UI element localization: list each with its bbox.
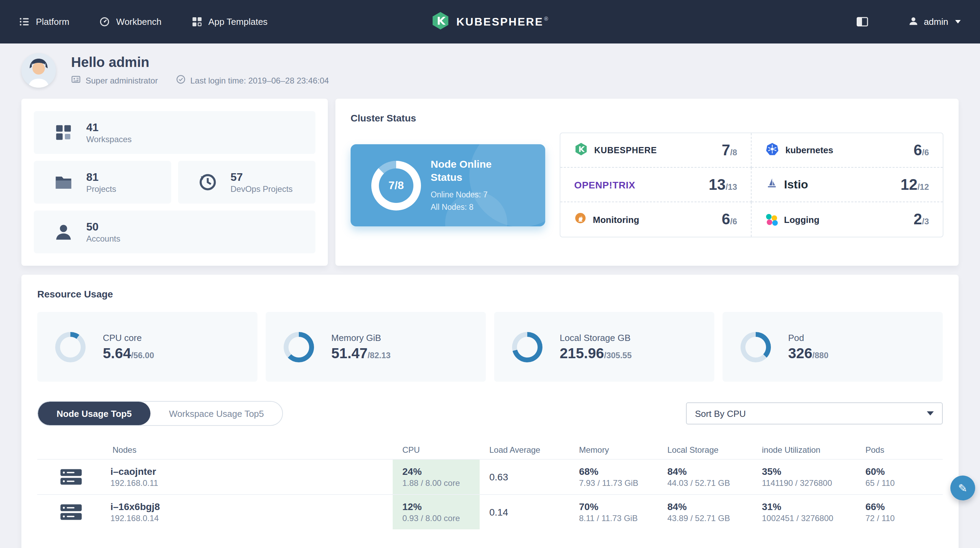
component-name: Istio [784,178,808,191]
gauge-value: 5.64 [103,345,131,361]
table-row[interactable]: i–caojnter 192.168.0.11 24% 1.88 / 8.00 … [37,459,943,494]
node-ip: 192.168.0.11 [110,478,158,488]
pods-cell: 60% 65 / 110 [856,466,943,488]
kubesphere-dashboard: Platform Workbench App Templates KUBESPH… [0,0,980,548]
storage-cell: 84% 43.89 / 52.71 GB [658,501,752,523]
nav-item-workbench[interactable]: Workbench [100,17,161,27]
node-online-title: Node Online Status [431,158,520,184]
inode-cell: 31% 1002451 / 3276800 [752,501,856,523]
nav-item-label: Platform [36,17,69,27]
tab-workspace-usage-top5[interactable]: Workspace Usage Top5 [150,402,283,425]
brand-wordmark: KUBESPHERE® [456,16,549,28]
user-menu[interactable]: admin [908,16,961,28]
component-total: /6 [730,217,737,226]
inode-detail: 1141190 / 3276800 [762,478,856,488]
gauge-local-storage[interactable]: Local Storage GB 215.96/305.55 [494,312,714,382]
gauge-total: /880 [812,350,829,360]
component-istio[interactable]: Istio 12/12 [752,168,943,202]
gauge-total: /305.55 [604,350,632,360]
component-total: /3 [922,217,929,226]
gauge-label: Local Storage GB [560,332,632,342]
component-kubernetes[interactable]: kubernetes 6/6 [752,133,943,168]
tab-node-usage-top5[interactable]: Node Usage Top5 [38,402,150,425]
component-count: 2 [913,210,922,228]
pods-percent: 66% [865,501,943,512]
component-name: Monitoring [593,214,639,225]
stat-tile-projects[interactable]: 81 Projects [34,161,171,204]
usage-toolbar: Node Usage Top5 Workspace Usage Top5 Sor… [37,401,943,426]
cluster-components-panel: KUBESPHERE 7/8 kubernetes 6/6 [560,132,943,237]
load-average: 0.14 [489,507,570,518]
nav-right: admin [856,16,961,28]
pod-donut [741,331,771,362]
component-kubesphere[interactable]: KUBESPHERE 7/8 [560,133,752,168]
gauge-memory[interactable]: Memory GiB 51.47/82.13 [266,312,486,382]
panel-icon[interactable] [856,17,868,27]
gauge-value: 51.47 [331,345,368,361]
memory-percent: 70% [579,501,658,512]
edit-fab-button[interactable]: ✎ [950,476,975,500]
cpu-detail: 0.93 / 8.00 core [402,513,480,523]
load-cell: 0.63 [480,472,570,483]
cluster-status-card: Cluster Status 7/8 Node Online Status On… [336,99,959,266]
top-cards-row: 41 Workspaces 81 Projects 57 [21,99,959,266]
nav-item-platform[interactable]: Platform [19,17,69,27]
kubesphere-logo[interactable]: KUBESPHERE® [431,11,549,33]
accounts-icon [53,221,74,242]
stat-tile-accounts[interactable]: 50 Accounts [34,210,315,253]
component-monitoring[interactable]: Monitoring 6/6 [560,202,752,237]
pods-detail: 72 / 110 [865,513,943,523]
memory-cell: 68% 7.93 / 11.73 GiB [570,466,658,488]
page-title: Hello admin [71,54,329,70]
stat-tile-workspaces[interactable]: 41 Workspaces [34,111,315,154]
component-logging[interactable]: Logging 2/3 [752,202,943,237]
component-name: kubernetes [785,145,834,155]
node-name[interactable]: i–caojnter [110,466,158,477]
role-badge-icon [71,75,81,86]
gauge-label: Memory GiB [331,332,391,342]
avatar [21,53,56,88]
col-header-memory: Memory [570,445,658,455]
nav-item-label: App Templates [208,17,268,27]
nav-item-label: Workbench [116,17,161,27]
sort-by-select[interactable]: Sort By CPU [686,402,943,424]
gauge-total: /82.13 [368,350,391,360]
pods-percent: 60% [865,466,943,477]
table-row[interactable]: i–16x6bgj8 192.168.0.14 12% 0.93 / 8.00 … [37,494,943,529]
gauge-label: CPU core [103,332,154,342]
memory-percent: 68% [579,466,658,477]
cpu-detail: 1.88 / 8.00 core [402,478,480,488]
stat-tile-devops[interactable]: 57 DevOps Projects [178,161,315,204]
usage-tabs: Node Usage Top5 Workspace Usage Top5 [37,401,283,426]
istio-icon [765,177,778,192]
cpu-percent: 24% [402,466,480,477]
logging-icon [765,213,778,226]
col-header-pods: Pods [856,445,943,455]
gauge-total: /56.00 [131,350,154,360]
nav-left: Platform Workbench App Templates [19,17,267,27]
app-templates-icon [192,17,202,27]
nav-item-app-templates[interactable]: App Templates [192,17,268,27]
component-count: 13 [709,176,726,194]
pods-cell: 66% 72 / 110 [856,501,943,523]
gauge-cpu[interactable]: CPU core 5.64/56.00 [37,312,258,382]
stat-value: 57 [231,170,293,184]
hello-meta: Hello admin Super administrator Last log… [71,54,329,86]
col-header-cpu: CPU [393,445,480,455]
node-online-status-box[interactable]: 7/8 Node Online Status Online Nodes: 7 A… [351,144,545,226]
load-average: 0.63 [489,472,570,483]
storage-detail: 43.89 / 52.71 GB [667,513,752,523]
col-header-nodes: Nodes [37,445,393,455]
stat-label: Projects [86,184,116,194]
cpu-donut [55,331,86,362]
gauge-label: Pod [788,332,829,342]
server-icon [59,467,83,487]
kubernetes-icon [765,142,779,158]
platform-icon [19,17,30,27]
component-openpitrix[interactable]: OPENP!TRIX 13/13 [560,168,752,202]
node-name[interactable]: i–16x6bgj8 [110,501,160,512]
last-login-chip: Last login time: 2019–06–28 23:46:04 [176,75,329,86]
memory-cell: 70% 8.11 / 11.73 GiB [570,501,658,523]
gauge-pod[interactable]: Pod 326/880 [722,312,943,382]
stat-value: 41 [86,121,132,135]
